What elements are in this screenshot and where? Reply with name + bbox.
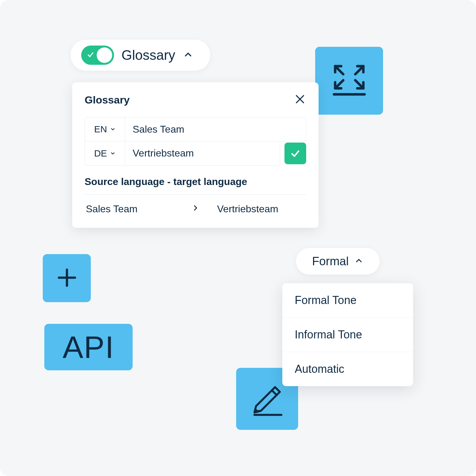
svg-line-9	[272, 390, 276, 395]
source-entry-row: EN	[85, 117, 306, 141]
source-field-group: EN	[85, 117, 306, 141]
mapping-source: Sales Team	[86, 203, 191, 215]
api-tile[interactable]: API	[44, 324, 133, 370]
chevron-down-icon	[110, 151, 116, 156]
source-term-input[interactable]	[125, 117, 306, 141]
mapping-row[interactable]: Sales Team Vertriebsteam	[85, 201, 306, 217]
plus-icon	[55, 266, 79, 291]
check-icon	[290, 148, 301, 159]
target-language-code: DE	[94, 148, 107, 159]
glossary-toggle-pill[interactable]: Glossary	[71, 40, 210, 71]
canvas: Glossary Glossary	[0, 0, 476, 476]
pencil-icon	[247, 378, 287, 419]
tone-option-formal[interactable]: Formal Tone	[282, 283, 413, 318]
chevron-up-icon	[354, 256, 364, 267]
chevron-down-icon	[110, 126, 116, 132]
confirm-entry-button[interactable]	[284, 143, 306, 164]
mapping-section-label: Source language - target language	[85, 176, 306, 195]
add-tile[interactable]	[43, 254, 91, 302]
switch-knob	[97, 47, 112, 63]
glossary-toggle-label: Glossary	[121, 47, 175, 63]
mapping-target: Vertriebsteam	[200, 203, 278, 215]
tone-option-automatic[interactable]: Automatic	[282, 352, 413, 386]
glossary-card-header: Glossary	[85, 93, 306, 107]
glossary-switch[interactable]	[81, 46, 114, 65]
glossary-card: Glossary EN DE	[72, 82, 319, 228]
close-button[interactable]	[294, 93, 306, 107]
target-language-select[interactable]: DE	[85, 141, 125, 165]
chevron-up-icon	[183, 49, 193, 61]
target-entry-row: DE	[85, 141, 306, 165]
target-field-group: DE	[85, 141, 280, 165]
chevron-right-icon	[191, 203, 200, 215]
api-tile-label: API	[63, 329, 114, 365]
tone-selected-label: Formal	[312, 255, 349, 268]
tone-option-informal[interactable]: Informal Tone	[282, 318, 413, 352]
glossary-entry-rows: EN DE	[85, 117, 306, 165]
tone-selector[interactable]: Formal	[296, 248, 380, 275]
target-term-input[interactable]	[125, 141, 280, 165]
expand-icon	[329, 60, 369, 102]
glossary-card-title: Glossary	[85, 94, 130, 106]
check-icon	[86, 51, 95, 60]
source-language-select[interactable]: EN	[85, 117, 125, 141]
tone-dropdown-menu: Formal Tone Informal Tone Automatic	[282, 283, 413, 386]
source-language-code: EN	[94, 124, 107, 134]
expand-tile[interactable]	[315, 47, 383, 115]
